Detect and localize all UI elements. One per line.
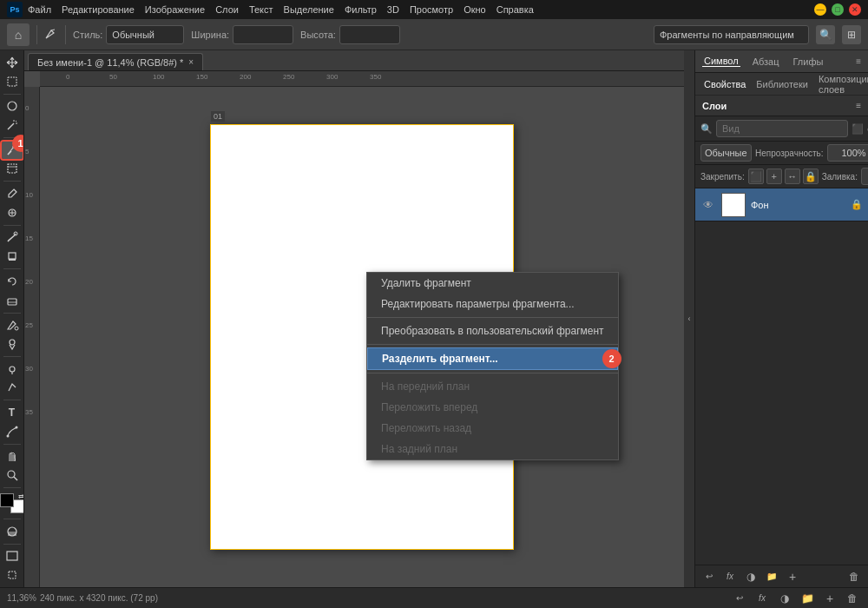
height-input[interactable] bbox=[339, 25, 400, 44]
text-tool[interactable]: T bbox=[2, 404, 23, 421]
mask-icon[interactable]: ◑ bbox=[742, 568, 760, 585]
close-button[interactable]: ✕ bbox=[849, 3, 861, 16]
ctx-divide-fragment[interactable]: Разделить фрагмент... 2 bbox=[367, 347, 618, 370]
lock-all-icon[interactable]: 🔒 bbox=[803, 169, 819, 184]
adjustment-icon[interactable]: 📁 bbox=[763, 568, 780, 585]
ctx-backward: Переложить назад bbox=[367, 418, 618, 439]
tab-glyphs[interactable]: Глифы bbox=[792, 56, 825, 67]
swap-colors-icon[interactable]: ⇄ bbox=[18, 493, 24, 500]
menu-help[interactable]: Справка bbox=[496, 4, 534, 15]
heal-tool[interactable] bbox=[2, 204, 23, 221]
statusbar-folder-icon[interactable]: 📁 bbox=[799, 590, 816, 607]
minimize-button[interactable]: — bbox=[814, 3, 826, 16]
svg-point-2 bbox=[8, 102, 16, 110]
context-menu: Удалить фрагмент Редактировать параметры… bbox=[366, 272, 619, 460]
ctx-to-back: На задний план bbox=[367, 439, 618, 459]
document-tab-close[interactable]: × bbox=[188, 57, 194, 67]
fill-tool[interactable] bbox=[2, 316, 23, 334]
screen-mode-tool[interactable] bbox=[2, 547, 23, 565]
main-toolbar: ⌂ Стиль: Обычный Ширина: Высота: Фрагмен… bbox=[0, 19, 868, 50]
menu-file[interactable]: Файл bbox=[28, 4, 51, 15]
selection-tool[interactable] bbox=[2, 73, 23, 90]
lock-artboard-icon[interactable]: ↔ bbox=[785, 169, 800, 184]
layer-item-fon[interactable]: 👁 Фон 🔒 bbox=[695, 188, 868, 221]
menu-edit[interactable]: Редактирование bbox=[62, 4, 135, 15]
path-tool[interactable] bbox=[2, 423, 23, 440]
ctx-delete-fragment[interactable]: Удалить фрагмент bbox=[367, 273, 618, 294]
stamp-tool[interactable] bbox=[2, 248, 23, 265]
fill-input[interactable] bbox=[861, 168, 868, 185]
ctx-edit-fragment[interactable]: Редактировать параметры фрагмента... bbox=[367, 294, 618, 314]
search-icon[interactable]: 🔍 bbox=[816, 25, 835, 44]
tab-libraries[interactable]: Библиотеки bbox=[754, 79, 810, 89]
menu-view[interactable]: Просмотр bbox=[410, 4, 453, 15]
document-tabs: Без имени-1 @ 11,4% (RGB/8#) * × bbox=[24, 50, 684, 71]
lasso-tool[interactable] bbox=[2, 97, 23, 115]
tool-separator-8 bbox=[3, 400, 21, 400]
layers-pixel-icon[interactable]: ⬛ bbox=[852, 121, 864, 136]
style-select[interactable]: Обычный bbox=[106, 25, 184, 44]
width-control: Ширина: bbox=[191, 25, 293, 44]
statusbar-mask-icon[interactable]: ◑ bbox=[776, 590, 793, 607]
tool-separator-6 bbox=[3, 313, 21, 314]
lock-position-icon[interactable]: + bbox=[766, 169, 782, 184]
statusbar-add-icon[interactable]: + bbox=[821, 590, 838, 607]
dodge-tool[interactable] bbox=[2, 360, 23, 378]
ctx-convert-fragment[interactable]: Преобразовать в пользовательский фрагмен… bbox=[367, 321, 618, 341]
layer-visibility-icon[interactable]: 👁 bbox=[700, 197, 716, 213]
panel-top-menu-icon[interactable]: ≡ bbox=[856, 56, 861, 66]
menu-window[interactable]: Окно bbox=[464, 4, 486, 15]
ctx-to-front: На передний план bbox=[367, 376, 618, 397]
layers-search-input[interactable] bbox=[716, 120, 848, 137]
quick-mask-tool[interactable] bbox=[2, 523, 23, 540]
magic-wand-tool[interactable] bbox=[2, 116, 23, 134]
hand-tool[interactable] bbox=[2, 448, 23, 466]
grid-icon[interactable]: ⊞ bbox=[842, 25, 861, 44]
menu-text[interactable]: Текст bbox=[249, 4, 273, 15]
width-input[interactable] bbox=[233, 25, 293, 44]
link-icon[interactable]: ↩ bbox=[700, 568, 718, 585]
statusbar-fx-icon[interactable]: fx bbox=[753, 590, 771, 607]
rotate-view-tool[interactable] bbox=[2, 566, 23, 584]
blur-tool[interactable] bbox=[2, 335, 23, 353]
layers-menu-icon[interactable]: ≡ bbox=[856, 101, 861, 110]
new-group-icon[interactable]: + bbox=[784, 568, 801, 585]
zoom-tool[interactable] bbox=[2, 466, 23, 484]
brush-tool[interactable] bbox=[2, 229, 23, 247]
fx-icon[interactable]: fx bbox=[721, 568, 739, 585]
tab-symbol[interactable]: Символ bbox=[702, 56, 740, 67]
fragments-select[interactable]: Фрагменты по направляющим bbox=[654, 25, 809, 44]
menu-3d[interactable]: 3D bbox=[387, 4, 399, 15]
pen-vector-tool[interactable] bbox=[2, 380, 23, 397]
toolbar-right: Фрагменты по направляющим 🔍 ⊞ bbox=[654, 25, 861, 44]
tool-separator-7 bbox=[3, 356, 21, 357]
panel-collapse-button[interactable]: ‹ bbox=[684, 50, 694, 587]
menu-image[interactable]: Изображение bbox=[145, 4, 205, 15]
tab-properties[interactable]: Свойства bbox=[702, 79, 747, 89]
document-tab[interactable]: Без имени-1 @ 11,4% (RGB/8#) * × bbox=[28, 53, 203, 70]
opacity-input[interactable] bbox=[827, 144, 868, 162]
move-tool[interactable] bbox=[2, 54, 23, 71]
eyedropper-tool[interactable] bbox=[2, 185, 23, 202]
slice-tool[interactable]: 1 bbox=[2, 142, 23, 159]
history-tool[interactable] bbox=[2, 273, 23, 290]
eraser-tool[interactable] bbox=[2, 292, 23, 309]
statusbar-link-icon[interactable]: ↩ bbox=[731, 590, 748, 607]
color-swatches[interactable]: ⇄ bbox=[0, 493, 24, 513]
statusbar-delete-icon[interactable]: 🗑 bbox=[844, 590, 861, 607]
delete-layer-icon[interactable]: 🗑 bbox=[845, 568, 863, 585]
foreground-color-swatch[interactable] bbox=[0, 493, 14, 507]
maximize-button[interactable]: □ bbox=[832, 3, 844, 16]
menu-select[interactable]: Выделение bbox=[284, 4, 334, 15]
home-button[interactable]: ⌂ bbox=[7, 23, 30, 46]
toolbar-divider-2 bbox=[65, 25, 66, 44]
canvas-viewport: 0 50 100 150 200 250 300 350 0 5 10 15 2… bbox=[24, 71, 684, 587]
crop-tool[interactable] bbox=[2, 161, 23, 178]
layer-lock-icon[interactable]: 🔒 bbox=[851, 199, 863, 210]
menu-filter[interactable]: Фильтр bbox=[345, 4, 377, 15]
tab-layer-comps[interactable]: Композиции слоев bbox=[817, 74, 868, 95]
tab-paragraph[interactable]: Абзац bbox=[751, 56, 781, 67]
kind-select[interactable]: Обычные bbox=[700, 144, 752, 162]
menu-layers[interactable]: Слои bbox=[215, 4, 239, 15]
lock-pixels-icon[interactable]: ⬛ bbox=[748, 169, 764, 184]
